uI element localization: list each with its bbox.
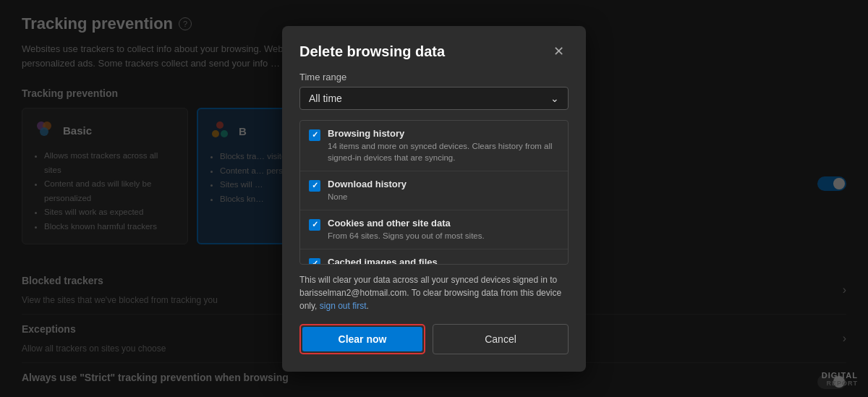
browsing-history-label: Browsing history: [328, 128, 559, 139]
time-range-select[interactable]: All time ⌄: [299, 87, 569, 110]
modal-buttons: Clear now Cancel: [299, 324, 569, 354]
download-history-checkbox[interactable]: [309, 180, 320, 192]
modal-header: Delete browsing data ✕: [299, 43, 569, 60]
data-type-list: Browsing history 14 items and more on sy…: [299, 120, 569, 265]
clear-now-button-wrapper: Clear now: [299, 324, 425, 354]
cookies-label: Cookies and other site data: [328, 218, 485, 229]
cached-images-item[interactable]: Cached images and files Frees up less th…: [300, 249, 568, 265]
download-history-item[interactable]: Download history None: [300, 171, 568, 210]
cookies-desc: From 64 sites. Signs you out of most sit…: [328, 230, 485, 242]
browsing-history-item[interactable]: Browsing history 14 items and more on sy…: [300, 121, 568, 171]
cookies-item[interactable]: Cookies and other site data From 64 site…: [300, 210, 568, 249]
cached-images-label: Cached images and files: [328, 257, 532, 265]
cancel-button[interactable]: Cancel: [433, 324, 569, 354]
time-range-arrow: ⌄: [550, 93, 559, 104]
modal-overlay: Delete browsing data ✕ Time range All ti…: [0, 0, 868, 397]
browsing-history-desc: 14 items and more on synced devices. Cle…: [328, 140, 559, 163]
sync-notice: This will clear your data across all you…: [299, 273, 569, 312]
time-range-value: All time: [309, 93, 342, 104]
delete-browsing-data-modal: Delete browsing data ✕ Time range All ti…: [282, 26, 586, 372]
modal-title: Delete browsing data: [299, 43, 445, 60]
download-history-desc: None: [328, 191, 407, 202]
browsing-history-checkbox[interactable]: [309, 129, 320, 141]
sign-out-link[interactable]: sign out first: [320, 301, 367, 311]
cached-images-checkbox[interactable]: [309, 258, 320, 265]
download-history-label: Download history: [328, 179, 407, 189]
time-range-label: Time range: [299, 72, 569, 82]
clear-now-button[interactable]: Clear now: [302, 327, 422, 351]
modal-close-button[interactable]: ✕: [549, 43, 569, 59]
cookies-checkbox[interactable]: [309, 219, 320, 231]
